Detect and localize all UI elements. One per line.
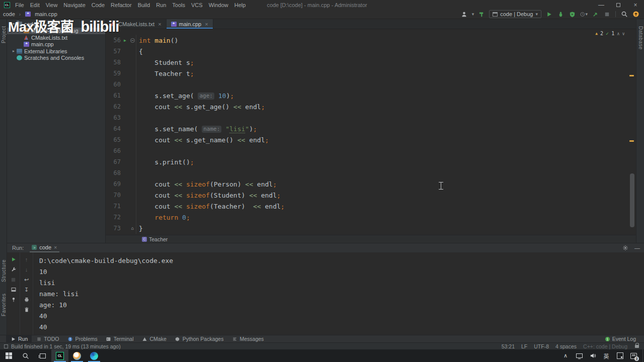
- layout-icon[interactable]: [10, 286, 17, 293]
- editor-scrollbar[interactable]: [630, 173, 634, 227]
- maximize-button[interactable]: [610, 0, 627, 10]
- tool-window-tab-todo[interactable]: TODO: [32, 335, 63, 342]
- tree-collapse-icon[interactable]: ▾: [11, 22, 16, 26]
- tool-window-tab-structure[interactable]: Structure: [0, 255, 7, 286]
- tool-window-tab-project[interactable]: Project: [0, 22, 7, 47]
- taskbar-search-button[interactable]: [17, 349, 34, 362]
- trash-icon[interactable]: [23, 306, 30, 313]
- line-ending[interactable]: LF: [521, 343, 527, 349]
- menu-help[interactable]: Help: [231, 1, 249, 9]
- tree-item-main-cpp[interactable]: main.cpp: [7, 41, 105, 48]
- warning-stripe-mark[interactable]: [629, 140, 634, 142]
- editor-tab-cmakelists-txt[interactable]: CMakeLists.txt×: [106, 19, 167, 29]
- prev-problem-icon[interactable]: ∧: [617, 31, 619, 36]
- tree-expand-icon[interactable]: ▸: [18, 29, 23, 33]
- inspections-widget[interactable]: ▲2 ✓1 ∧ ∨: [595, 31, 625, 36]
- caret-position[interactable]: 53:21: [502, 343, 515, 349]
- tray-volume-icon[interactable]: [587, 349, 599, 362]
- tray-notification-button[interactable]: 3: [627, 349, 639, 362]
- console-output[interactable]: D:\code\cmake-build-debug\code.exe10lisi…: [33, 252, 644, 335]
- editor-tab-main-cpp[interactable]: main.cpp×: [167, 19, 213, 29]
- tree-item-cmake-build-debug[interactable]: ▸cmake-build-debug: [7, 28, 105, 35]
- breadcrumb-item-main.cpp[interactable]: main.cpp: [35, 11, 57, 17]
- scroll-end-icon[interactable]: ↧: [23, 286, 30, 293]
- tool-window-tab-messages[interactable]: Messages: [227, 335, 268, 342]
- tool-window-tab-database[interactable]: Database: [637, 22, 644, 53]
- menu-edit[interactable]: Edit: [27, 1, 43, 9]
- coverage-icon[interactable]: [568, 10, 576, 18]
- tool-window-tab-problems[interactable]: Problems: [63, 335, 101, 342]
- tree-item-external-libraries[interactable]: ▸External Libraries: [7, 48, 105, 55]
- tool-window-tab-python-packages[interactable]: Python Packages: [171, 335, 228, 342]
- build-hammer-icon[interactable]: [477, 10, 486, 18]
- file-encoding[interactable]: UTF-8: [534, 343, 549, 349]
- tool-window-tab-run[interactable]: Run: [6, 335, 32, 342]
- pin-icon[interactable]: [10, 296, 17, 303]
- tree-expand-icon[interactable]: ▸: [11, 49, 16, 53]
- user-icon[interactable]: [460, 10, 468, 18]
- next-problem-icon[interactable]: ∨: [622, 31, 625, 36]
- gear-icon[interactable]: [621, 244, 629, 252]
- search-icon[interactable]: [620, 10, 628, 18]
- run-gutter-icon[interactable]: ▶: [121, 38, 129, 43]
- start-button[interactable]: [0, 349, 17, 362]
- warning-stripe-mark[interactable]: [629, 75, 634, 76]
- tray-display-icon[interactable]: [573, 349, 585, 362]
- tree-item-scratches-and-consoles[interactable]: Scratches and Consoles: [7, 55, 105, 62]
- tool-window-tab-terminal[interactable]: Terminal: [102, 335, 138, 342]
- menu-build[interactable]: Build: [135, 1, 153, 9]
- tray-ime-icon[interactable]: [614, 349, 626, 362]
- code-editor[interactable]: ▲2 ✓1 ∧ ∨ 56▶–int main()57{58 Student s;…: [106, 29, 636, 235]
- edge-taskbar-button[interactable]: [86, 349, 103, 362]
- close-button[interactable]: ×: [627, 0, 644, 10]
- minimize-button[interactable]: —: [593, 0, 610, 10]
- attach-icon[interactable]: [591, 10, 599, 18]
- breadcrumb-item-code[interactable]: code: [3, 11, 15, 17]
- menu-code[interactable]: Code: [89, 1, 108, 9]
- fold-marker[interactable]: ⌂: [129, 223, 136, 234]
- run-config-select[interactable]: code | Debug▾: [489, 10, 541, 18]
- tray-ime-language[interactable]: 英: [600, 349, 612, 362]
- tray-expand-button[interactable]: ∧: [559, 349, 572, 362]
- task-view-button[interactable]: [34, 349, 51, 362]
- menu-window[interactable]: Window: [206, 1, 231, 9]
- stop-icon[interactable]: [603, 10, 611, 18]
- arrow-up-icon[interactable]: ↑: [23, 256, 30, 263]
- code-text: cout << s.get_age() << endl;: [136, 103, 265, 111]
- menu-tools[interactable]: Tools: [169, 1, 188, 9]
- menu-refactor[interactable]: Refactor: [108, 1, 135, 9]
- update-icon[interactable]: [632, 10, 640, 18]
- tool-window-tab-favorites[interactable]: Favorites: [0, 290, 7, 320]
- menu-vcs[interactable]: VCS: [188, 1, 206, 9]
- line-number: 57: [106, 48, 121, 55]
- clion-taskbar-button[interactable]: CL: [51, 349, 68, 362]
- run-icon[interactable]: [545, 10, 553, 18]
- menu-view[interactable]: View: [43, 1, 61, 9]
- tree-item-cmakelists-txt[interactable]: CMakeLists.txt: [7, 34, 105, 41]
- stop-icon[interactable]: [10, 276, 17, 283]
- code-line: 61 s.set_age( age: 10);: [106, 90, 636, 101]
- profiler-icon[interactable]: ▾: [580, 10, 588, 18]
- run-tab-code[interactable]: > code ×: [30, 243, 59, 252]
- indent-style[interactable]: 4 spaces: [555, 343, 577, 349]
- settings-wrench-icon[interactable]: [10, 266, 17, 273]
- soft-wrap-icon[interactable]: ↩: [23, 276, 30, 283]
- menu-navigate[interactable]: Navigate: [60, 1, 88, 9]
- hide-panel-button[interactable]: —: [634, 245, 640, 251]
- debug-icon[interactable]: [556, 10, 565, 18]
- app-taskbar-button[interactable]: [68, 349, 86, 362]
- lock-icon[interactable]: [635, 345, 639, 348]
- arrow-down-icon[interactable]: ↓: [23, 266, 30, 273]
- rerun-icon[interactable]: [10, 256, 17, 263]
- menu-file[interactable]: File: [12, 1, 27, 9]
- menu-run[interactable]: Run: [153, 1, 169, 9]
- tree-item-code[interactable]: ▾codeD:\code: [7, 21, 105, 28]
- breadcrumb-class[interactable]: C Teacher: [142, 236, 168, 242]
- event-log-button[interactable]: 1Event Log: [605, 336, 636, 342]
- tool-window-tab-cmake[interactable]: CMake: [137, 335, 170, 342]
- print-icon[interactable]: [23, 296, 30, 303]
- close-icon[interactable]: ×: [54, 244, 57, 250]
- close-icon[interactable]: ×: [158, 21, 161, 27]
- close-icon[interactable]: ×: [205, 21, 208, 27]
- fold-marker[interactable]: –: [129, 35, 136, 46]
